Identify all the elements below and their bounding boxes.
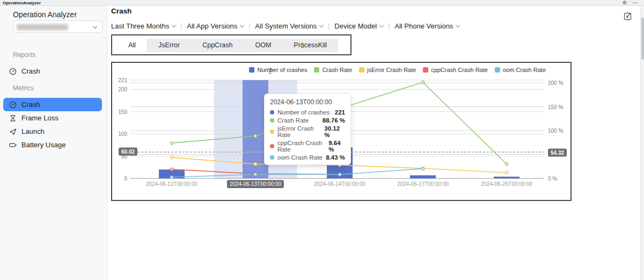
hourglass-icon: [9, 114, 17, 123]
chevron-down-icon: [240, 23, 244, 27]
chevron-down-icon: [93, 24, 97, 28]
gauge-icon: [9, 100, 17, 109]
tooltip-title: 2024-06-13T00:00:00: [270, 98, 345, 106]
bar-number-of-crashes: [410, 175, 436, 178]
tab-cppcrash[interactable]: CppCrash: [191, 39, 244, 52]
data-point: [339, 173, 341, 176]
window-title: OperationAnalyzer: [3, 1, 41, 5]
tab-jserror[interactable]: JsError: [147, 39, 191, 52]
chevron-down-icon: [379, 23, 384, 27]
data-point: [171, 176, 173, 178]
sidebar-item-battery-usage[interactable]: Battery Usage: [3, 138, 102, 152]
x-axis-label: 2024-06-26T00:00:00: [481, 181, 532, 187]
legend-item-jserror-crash-rate[interactable]: jsError Crash Rate: [359, 67, 416, 73]
sidebar-item-label: Launch: [21, 127, 45, 135]
markline-value-badge: 60.02: [119, 148, 137, 156]
chart-tooltip: 2024-06-13T00:00:00 Number of crashes221…: [264, 94, 351, 165]
tooltip-row: cppCrash Crash Rate9.64 %: [270, 140, 345, 153]
x-axis-label-highlighted: 2024-06-13T00:00:00: [227, 180, 284, 188]
x-axis-label: 2024-06-17T00:00:00: [397, 181, 449, 187]
series-color-dot: [270, 144, 274, 148]
filter-label: Last Three Months: [111, 22, 169, 30]
settings-gear-icon[interactable]: ⚙: [623, 0, 627, 6]
tab-oom[interactable]: OOM: [244, 39, 282, 52]
filter-bar: Last Three Months|All App Versions|All S…: [111, 22, 459, 30]
y-axis-label-right: 0 %: [548, 176, 557, 182]
tooltip-series-name: oom Crash Rate: [277, 154, 323, 161]
annotation-label-1: 1: [301, 41, 305, 49]
tab-all[interactable]: All: [117, 39, 147, 52]
filter-separator: |: [248, 23, 250, 30]
tooltip-series-value: 88.76 %: [323, 117, 345, 124]
data-point: [171, 168, 173, 171]
markline-value-badge: 54.32: [548, 148, 567, 156]
data-point: [254, 135, 257, 138]
tooltip-series-value: 30.12 %: [324, 125, 345, 138]
y-axis-label-right: 150 %: [548, 104, 563, 110]
legend-swatch: [359, 67, 364, 73]
filter-dropdown-all-app-versions[interactable]: All App Versions: [187, 22, 244, 30]
page-title: Crash: [111, 7, 131, 15]
tooltip-row: jsError Crash Rate30.12 %: [270, 125, 345, 138]
legend-label: Number of crashes: [257, 67, 307, 73]
tooltip-series-value: 9.64 %: [328, 140, 345, 153]
sidebar-item-label: Frame Loss: [21, 114, 58, 122]
filter-label: All App Versions: [187, 22, 237, 30]
legend-item-oom-crash-rate[interactable]: oom Crash Rate: [495, 67, 546, 73]
tooltip-series-value: 8.43 %: [326, 154, 345, 161]
sidebar-item-launch[interactable]: Launch: [3, 125, 102, 138]
y-axis-label-right: 100 %: [548, 128, 563, 134]
sidebar-item-crash[interactable]: Crash: [3, 98, 102, 111]
vertical-scrollbar[interactable]: [640, 6, 644, 280]
filter-separator: |: [388, 23, 390, 30]
line-oom-crash-rate: [172, 169, 423, 177]
filter-dropdown-all-phone-versions[interactable]: All Phone Versions: [394, 22, 459, 30]
tooltip-series-name: jsError Crash Rate: [277, 125, 324, 138]
legend-label: Crash Rate: [322, 67, 352, 73]
data-point: [422, 81, 425, 84]
sidebar: Operation Analyzer ReportsCrashMetricsCr…: [0, 6, 107, 280]
series-color-dot: [270, 110, 274, 114]
legend-label: jsError Crash Rate: [367, 67, 416, 73]
legend-item-number-of-crashes[interactable]: Number of crashes: [249, 67, 307, 73]
crash-type-tab-region: AllJsErrorCppCrashOOMProcessKill 1: [111, 34, 352, 55]
data-point: [171, 156, 173, 159]
launch-icon: [9, 127, 17, 136]
sidebar-item-frame-loss[interactable]: Frame Loss: [3, 111, 102, 125]
legend-item-crash-rate[interactable]: Crash Rate: [314, 67, 352, 73]
filter-dropdown-last-three-months[interactable]: Last Three Months: [111, 22, 175, 30]
edit-compose-icon[interactable]: [624, 12, 632, 20]
x-axis-label: 2024-06-12T00:00:00: [146, 181, 197, 187]
tooltip-row: Crash Rate88.76 %: [270, 117, 345, 124]
y-axis-label-left: 100: [112, 131, 127, 137]
filter-label: All Phone Versions: [394, 22, 453, 30]
sidebar-item-crash[interactable]: Crash: [3, 64, 102, 78]
scrollbar-thumb[interactable]: [641, 18, 644, 60]
series-color-dot: [270, 155, 274, 160]
data-point: [422, 167, 425, 170]
tooltip-row: Number of crashes221: [270, 109, 345, 116]
project-selector-dropdown[interactable]: [13, 20, 103, 33]
sidebar-item-label: Battery Usage: [21, 141, 65, 149]
legend-swatch: [423, 67, 428, 73]
filter-dropdown-device-model[interactable]: Device Model: [334, 22, 383, 30]
filter-label: All System Versions: [255, 22, 317, 30]
tab-processkill[interactable]: ProcessKill: [282, 39, 338, 52]
filter-label: Device Model: [334, 22, 377, 30]
tooltip-series-value: 221: [335, 109, 345, 116]
filter-dropdown-all-system-versions[interactable]: All System Versions: [255, 22, 323, 30]
tooltip-series-name: Number of crashes: [277, 109, 330, 116]
y-axis-label-left: 200: [112, 87, 127, 92]
legend-swatch: [314, 67, 319, 73]
legend-item-cppcrash-crash-rate[interactable]: cppCrash Crash Rate: [423, 67, 488, 73]
minimize-icon[interactable]: —: [633, 0, 638, 6]
window-titlebar: OperationAnalyzer ⚙ —: [0, 0, 644, 6]
y-axis-label-left: 150: [112, 109, 127, 114]
tooltip-series-name: cppCrash Crash Rate: [277, 140, 328, 153]
x-axis-label: 2024-06-14T00:00:00: [314, 181, 365, 187]
data-point: [171, 142, 173, 145]
sidebar-section-label: Reports: [13, 51, 35, 59]
sidebar-item-label: Crash: [21, 67, 40, 75]
chart-legend: Number of crashesCrash RatejsError Crash…: [249, 67, 546, 73]
tooltip-row: oom Crash Rate8.43 %: [270, 154, 345, 161]
